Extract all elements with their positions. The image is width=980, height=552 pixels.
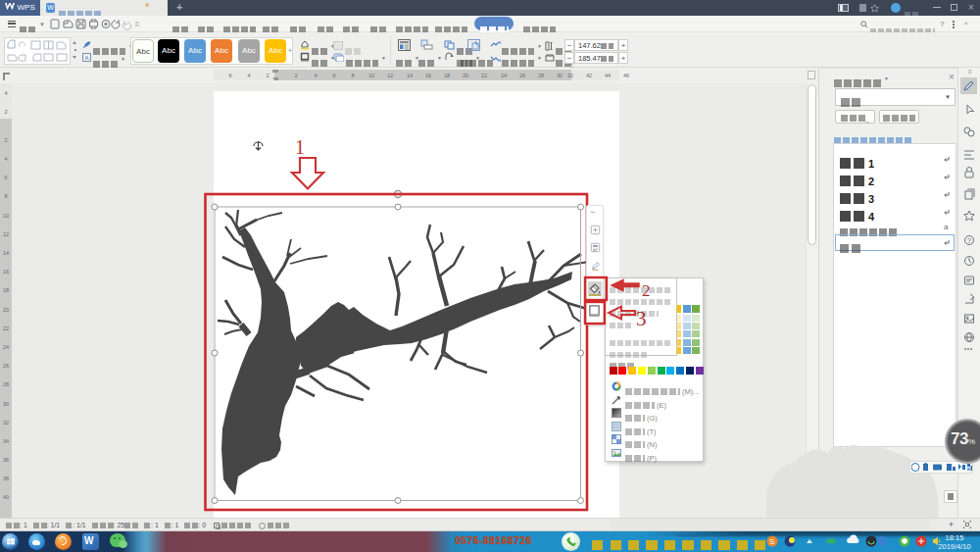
svg-text:3: 3 — [636, 307, 647, 330]
svg-text:S: S — [769, 537, 774, 546]
svg-text:?: ? — [967, 237, 971, 244]
svg-text:1: 1 — [295, 136, 305, 158]
svg-text:2: 2 — [642, 281, 651, 300]
